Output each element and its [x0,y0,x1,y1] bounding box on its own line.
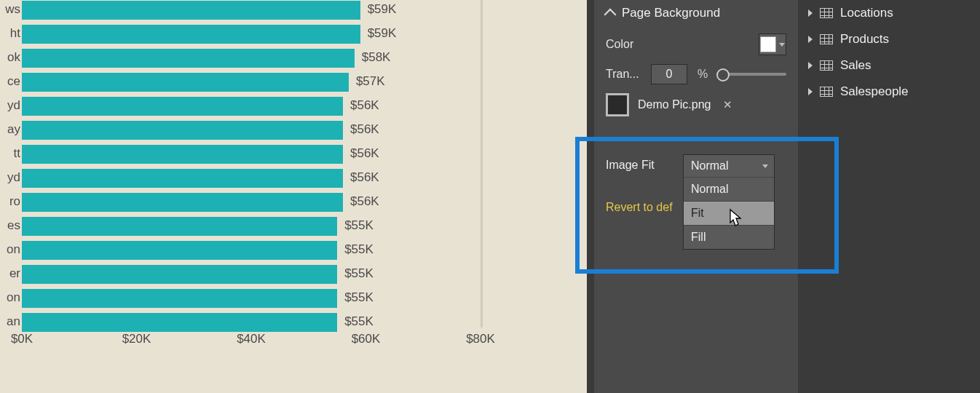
bar-rect[interactable] [22,73,349,92]
xaxis-tick: $60K [352,332,381,346]
bar-category-label: on [0,240,20,259]
bar-rect[interactable] [22,217,337,236]
table-icon [820,34,833,44]
slider-thumb[interactable] [716,68,730,82]
bar-category-label: ay [0,120,20,139]
bar-category-label: yd [0,96,20,115]
bar-row[interactable]: yd$56K [0,168,582,192]
bar-category-label: an [0,312,20,331]
bar-category-label: es [0,216,20,235]
xaxis-tick: $0K [11,332,33,346]
chevron-up-icon [604,9,617,21]
field-label: Salespeople [840,84,909,99]
bar-row[interactable]: ws$59K [0,0,582,24]
field-table-locations[interactable]: Locations [798,0,980,26]
bar-value-label: $55K [344,288,374,307]
image-filename: Demo Pic.png [638,98,711,111]
field-label: Sales [840,58,872,73]
panel-divider [587,0,594,393]
bar-value-label: $56K [350,96,379,115]
section-page-background[interactable]: Page Background [594,0,798,29]
bar-row[interactable]: ro$56K [0,192,582,216]
transparency-unit: % [698,68,708,81]
bar-value-label: $57K [356,72,385,91]
bar-chart[interactable]: ws$59Kht$59Kok$58Kce$57Kyd$56Kay$56Ktt$5… [0,0,582,393]
transparency-slider[interactable] [721,73,786,76]
chart-gridline [481,0,483,328]
bar-value-label: $59K [368,0,397,19]
image-fit-option-normal[interactable]: Normal [684,177,774,201]
image-fit-dropdown[interactable]: Normal Normal Fit Fill [683,154,775,250]
color-row: Color [594,29,798,60]
bar-row[interactable]: ok$58K [0,48,582,72]
image-fit-option-fill[interactable]: Fill [684,225,774,249]
bar-value-label: $55K [344,216,374,235]
bar-row[interactable]: er$55K [0,264,582,288]
transparency-label: Tran... [606,68,642,81]
bar-rect[interactable] [22,121,343,140]
transparency-row: Tran... 0 % [594,60,798,89]
color-label: Color [606,38,750,51]
bar-rect[interactable] [22,97,343,116]
caret-down-icon [779,43,785,47]
bar-value-label: $56K [350,144,379,163]
expand-caret-icon [808,62,813,69]
bar-rect[interactable] [22,49,355,68]
expand-caret-icon [808,36,813,43]
image-fit-option-fit[interactable]: Fit [684,201,774,225]
table-icon [820,8,833,18]
fields-panel: LocationsProductsSalesSalespeople [798,0,980,393]
transparency-input[interactable]: 0 [651,64,687,84]
bar-row[interactable]: on$55K [0,240,582,264]
bar-row[interactable]: es$55K [0,216,582,240]
field-label: Locations [840,6,893,20]
color-swatch[interactable] [759,33,786,55]
remove-image-button[interactable]: ✕ [723,98,732,111]
bar-rect[interactable] [22,145,343,164]
field-label: Products [840,32,889,47]
expand-caret-icon [808,9,813,17]
revert-to-default-link[interactable]: Revert to def [606,201,673,214]
bar-value-label: $55K [344,264,374,283]
bar-rect[interactable] [22,265,337,284]
bar-rect[interactable] [22,25,360,44]
image-row: Demo Pic.png ✕ [594,89,798,121]
table-icon [820,87,833,97]
field-table-salespeople[interactable]: Salespeople [798,79,980,105]
bar-value-label: $59K [368,24,397,43]
bar-category-label: on [0,288,20,307]
xaxis-tick: $20K [122,332,151,346]
bar-row[interactable]: ce$57K [0,72,582,96]
field-table-sales[interactable]: Sales [798,52,980,79]
bar-category-label: er [0,264,20,283]
field-table-products[interactable]: Products [798,26,980,52]
bar-rect[interactable] [22,193,343,212]
bar-row[interactable]: ay$56K [0,120,582,144]
bar-category-label: tt [0,144,20,163]
bar-category-label: yd [0,168,20,187]
bar-category-label: ht [0,24,20,43]
format-panel: Page Background Color Tran... 0 % Demo P… [594,0,798,393]
bar-category-label: ws [0,0,20,19]
table-icon [820,60,833,71]
bar-rect[interactable] [22,1,360,20]
bar-rect[interactable] [22,169,343,188]
caret-down-icon [762,164,768,168]
bar-rect[interactable] [22,289,337,308]
image-fit-label: Image Fit [606,159,655,172]
bar-row[interactable]: yd$56K [0,96,582,120]
bar-category-label: ok [0,48,20,67]
bar-row[interactable]: ht$59K [0,24,582,48]
bar-value-label: $55K [344,240,374,259]
chart-xaxis: $0K$20K$40K$60K$80K [22,328,532,349]
xaxis-tick: $40K [237,332,266,346]
xaxis-tick: $80K [466,332,495,346]
bar-category-label: ce [0,72,20,91]
image-preview[interactable] [606,93,629,116]
expand-caret-icon [808,88,813,95]
image-fit-selected[interactable]: Normal [684,155,774,177]
bar-rect[interactable] [22,241,337,260]
bar-row[interactable]: on$55K [0,288,582,312]
bar-row[interactable]: tt$56K [0,144,582,168]
bar-value-label: $56K [350,192,379,211]
